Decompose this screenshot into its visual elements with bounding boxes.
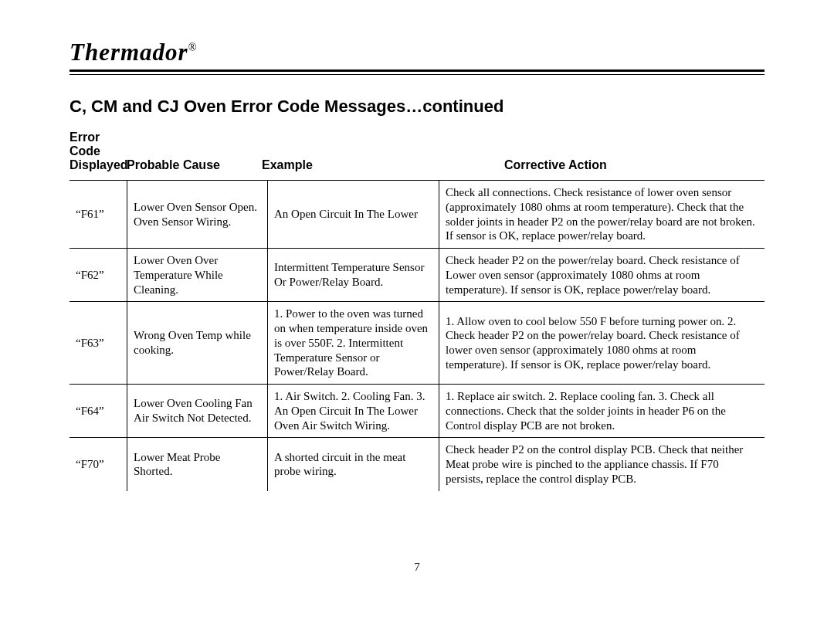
cell-code: “F61”: [70, 181, 127, 249]
cell-action: 1. Replace air switch. 2. Replace coolin…: [439, 385, 765, 438]
column-headers: Displayed Probable Cause Example Correct…: [70, 158, 764, 172]
cell-code: “F70”: [70, 438, 127, 491]
cell-example: An Open Circuit In The Lower: [268, 181, 439, 249]
table-row: “F61” Lower Oven Sensor Open. Oven Senso…: [70, 181, 764, 249]
registered-mark: ®: [188, 42, 198, 53]
brand-text: Thermador: [70, 39, 188, 66]
header-corrective-action: Corrective Action: [427, 158, 764, 172]
column-header-top-row: Error Code: [70, 130, 764, 158]
cell-action: Check all connections. Check resistance …: [439, 181, 765, 249]
cell-action: Check header P2 on the power/relay board…: [439, 249, 765, 302]
cell-example: A shorted circuit in the meat probe wiri…: [268, 438, 439, 491]
cell-example: Intermittent Temperature Sensor Or Power…: [268, 249, 439, 302]
cell-example: 1. Power to the oven was turned on when …: [268, 302, 439, 385]
cell-cause: Lower Oven Cooling Fan Air Switch Not De…: [127, 385, 268, 438]
header-error-code-top: Error Code: [70, 130, 127, 158]
error-code-table: “F61” Lower Oven Sensor Open. Oven Senso…: [70, 180, 764, 491]
cell-cause: Wrong Oven Temp while cooking.: [127, 302, 268, 385]
page-number: 7: [70, 561, 764, 574]
brand-logo: Thermador®: [70, 39, 764, 66]
table-row: “F62” Lower Oven Over Temperature While …: [70, 249, 764, 302]
header-rule-thin: [70, 74, 764, 75]
header-rule-thick: [70, 69, 764, 72]
cell-code: “F63”: [70, 302, 127, 385]
table-row: “F70” Lower Meat Probe Shorted. A shorte…: [70, 438, 764, 491]
cell-action: Check header P2 on the control display P…: [439, 438, 765, 491]
cell-cause: Lower Oven Sensor Open. Oven Sensor Wiri…: [127, 181, 268, 249]
header-displayed: Displayed: [70, 158, 127, 172]
cell-cause: Lower Oven Over Temperature While Cleani…: [127, 249, 268, 302]
cell-example: 1. Air Switch. 2. Cooling Fan. 3. An Ope…: [268, 385, 439, 438]
cell-cause: Lower Meat Probe Shorted.: [127, 438, 268, 491]
table-row: “F63” Wrong Oven Temp while cooking. 1. …: [70, 302, 764, 385]
header-probable-cause: Probable Cause: [127, 158, 262, 172]
table-row: “F64” Lower Oven Cooling Fan Air Switch …: [70, 385, 764, 438]
cell-code: “F64”: [70, 385, 127, 438]
cell-code: “F62”: [70, 249, 127, 302]
header-example: Example: [262, 158, 427, 172]
section-title: C, CM and CJ Oven Error Code Messages…co…: [70, 97, 764, 117]
cell-action: 1. Allow oven to cool below 550 F before…: [439, 302, 765, 385]
